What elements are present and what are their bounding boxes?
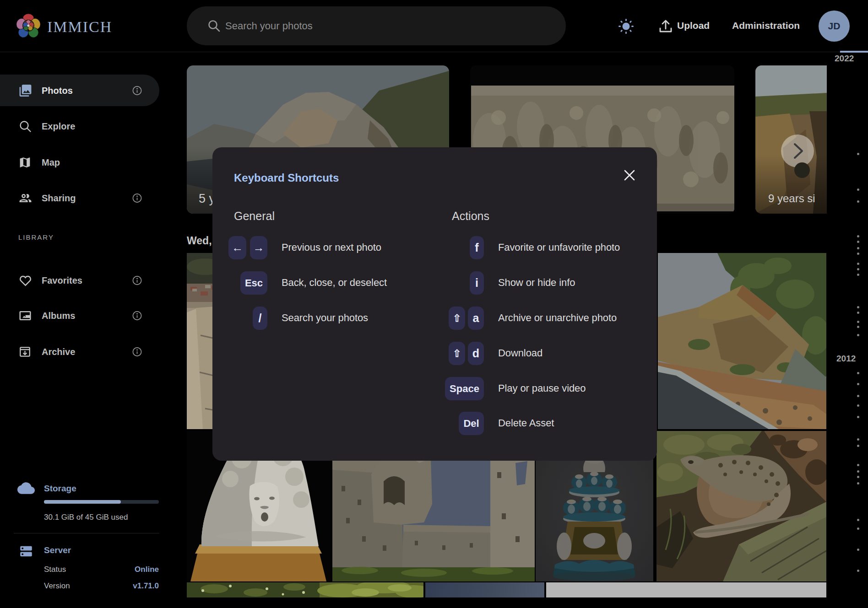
svg-text:9 years si: 9 years si xyxy=(768,192,815,204)
